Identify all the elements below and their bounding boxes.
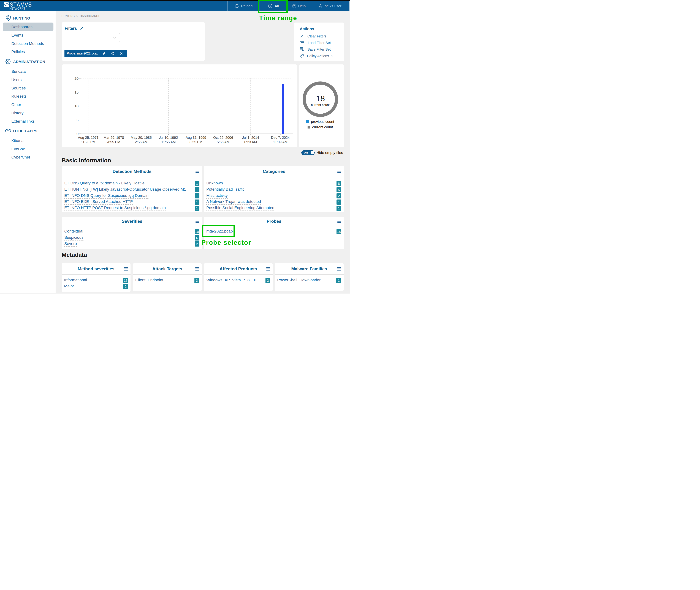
svg-text:20: 20: [74, 76, 79, 80]
svg-text:2:55 AM: 2:55 AM: [135, 140, 148, 144]
svg-text:8:55 PM: 8:55 PM: [189, 140, 202, 144]
svg-text:5:55 AM: 5:55 AM: [217, 140, 230, 144]
svg-text:10: 10: [74, 104, 79, 108]
svg-text:May 20, 1985: May 20, 1985: [131, 135, 152, 139]
svg-text:Aug 25, 1971: Aug 25, 1971: [78, 135, 99, 139]
svg-text:5: 5: [77, 118, 79, 122]
svg-text:Dec 7, 2024: Dec 7, 2024: [271, 135, 290, 139]
svg-text:15: 15: [74, 90, 79, 94]
svg-text:4:55 PM: 4:55 PM: [107, 140, 120, 144]
svg-text:11:55 AM: 11:55 AM: [161, 140, 176, 144]
svg-text:Mar 29, 1978: Mar 29, 1978: [103, 135, 124, 139]
svg-text:11:23 PM: 11:23 PM: [81, 140, 96, 144]
svg-text:Aug 31, 1999: Aug 31, 1999: [186, 135, 206, 139]
svg-text:Jul 1, 2014: Jul 1, 2014: [242, 135, 259, 139]
svg-text:0: 0: [77, 132, 79, 136]
svg-text:Jul 10, 1992: Jul 10, 1992: [159, 135, 178, 139]
svg-text:6:23 AM: 6:23 AM: [244, 140, 257, 144]
svg-text:11:09 AM: 11:09 AM: [273, 140, 287, 144]
svg-text:Oct 22, 2006: Oct 22, 2006: [213, 135, 233, 139]
